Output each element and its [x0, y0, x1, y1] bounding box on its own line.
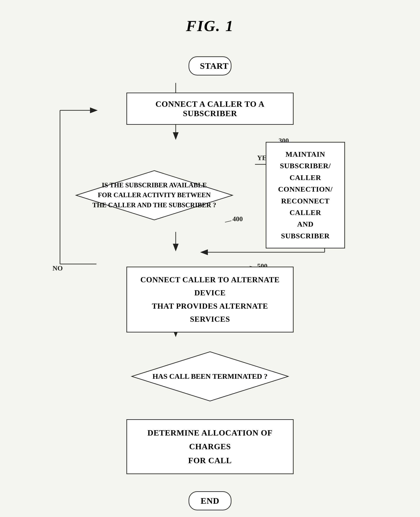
diamond-200-text-2: FOR CALLER ACTIVITY BETWEEN: [92, 190, 217, 200]
box-600-text-2: FOR CALL: [138, 454, 282, 467]
diamond-500-text: HAS CALL BEEN TERMINATED ?: [151, 371, 269, 381]
box-100: CONNECT A CALLER TO A SUBSCRIBER: [127, 93, 293, 125]
diamond-200: IS THE SUBSCRIBER AVAILABLE FOR CALLER A…: [75, 169, 233, 221]
box-300: MAINTAIN SUBSCRIBER/ CALLER CONNECTION/ …: [266, 142, 345, 248]
diamond-500: HAS CALL BEEN TERMINATED ?: [131, 351, 289, 402]
diamond-200-text-1: IS THE SUBSCRIBER AVAILABLE: [92, 180, 217, 190]
box-300-text-1: MAINTAIN SUBSCRIBER/: [277, 149, 334, 172]
box-600-text-1: DETERMINE ALLOCATION OF CHARGES: [138, 426, 282, 454]
box-600: DETERMINE ALLOCATION OF CHARGES FOR CALL: [127, 419, 293, 474]
box-300-text-3: RECONNECT CALLER: [277, 195, 334, 219]
box-300-text-4: AND SUBSCRIBER: [277, 218, 334, 242]
box-400-text-1: CONNECT CALLER TO ALTERNATE DEVICE: [138, 273, 282, 299]
diagram-container: YES NO 300 400 YES NO 500 600 100 START …: [38, 52, 382, 517]
end-node: END: [188, 491, 232, 510]
diamond-200-text-3: THE CALLER AND THE SUBSCRIBER ?: [92, 200, 217, 210]
start-node: START: [188, 56, 232, 76]
page-title: FIG. 1: [186, 17, 234, 35]
box-400: CONNECT CALLER TO ALTERNATE DEVICE THAT …: [127, 267, 293, 333]
box-400-text-2: THAT PROVIDES ALTERNATE SERVICES: [138, 300, 282, 326]
box-300-text-2: CALLER CONNECTION/: [277, 172, 334, 195]
